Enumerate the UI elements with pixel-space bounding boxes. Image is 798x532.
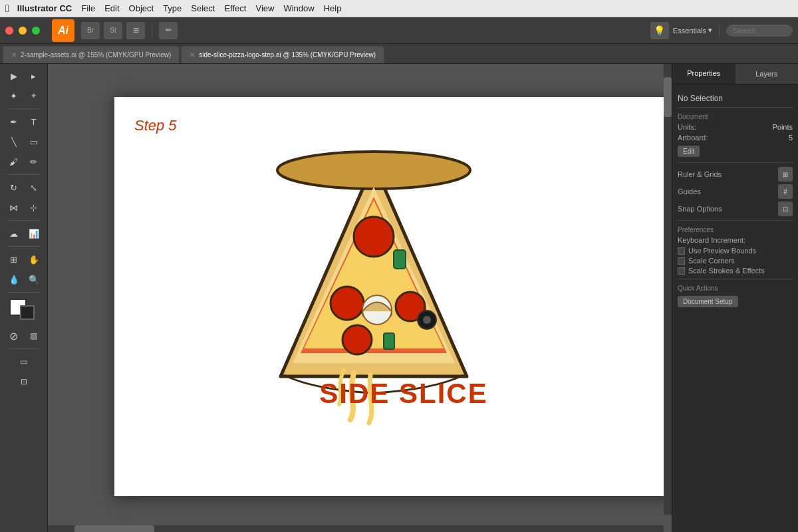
eyedropper-tool[interactable]: 💧 xyxy=(4,270,24,289)
screen-mode[interactable]: ⊡ xyxy=(4,372,44,391)
scale-corners-checkbox[interactable] xyxy=(678,257,685,265)
left-toolbar: ▶ ▸ ✦ ⌖ ✒ T ╲ ▭ 🖌 ✏ ↻ ⤡ ⋈ ⊹ ☁ xyxy=(0,64,48,532)
close-window-btn[interactable] xyxy=(5,27,13,35)
artboard-row: Artboard: 5 xyxy=(678,134,793,142)
graph-tools: ☁ 📊 xyxy=(4,224,44,243)
pizza-svg: SIDE SLICE xyxy=(247,150,500,430)
ruler-grids-icon[interactable]: ⊞ xyxy=(778,167,793,182)
selection-tools: ▶ ▸ xyxy=(4,66,44,85)
pencil-tool[interactable]: ✏ xyxy=(24,152,44,171)
canvas-area[interactable]: Step 5 xyxy=(48,64,672,532)
artboard-label: Artboard: xyxy=(678,134,708,142)
pen-tool-btn[interactable]: ✏ xyxy=(159,22,178,39)
tab-properties[interactable]: Properties xyxy=(672,64,735,84)
menu-object[interactable]: Object xyxy=(129,3,154,13)
stock-btn[interactable]: St xyxy=(104,22,122,39)
magic-wand-tool[interactable]: ✦ xyxy=(4,86,24,105)
gradient-tool[interactable]: ▨ xyxy=(24,327,44,345)
horizontal-scrollbar[interactable] xyxy=(48,525,664,532)
tab-layers[interactable]: Layers xyxy=(735,64,799,84)
svg-rect-13 xyxy=(384,333,394,349)
pen-tool[interactable]: ✒ xyxy=(4,112,24,131)
hand-tool[interactable]: ✋ xyxy=(24,250,44,269)
scale-corners-row: Scale Corners xyxy=(678,257,793,265)
paint-tools: 🖌 ✏ xyxy=(4,152,44,171)
tab-pizza-logo[interactable]: ✕ side-slice-pizza-logo-step.ai @ 135% (… xyxy=(181,46,384,63)
tool-sep-6 xyxy=(7,348,41,349)
menu-type[interactable]: Type xyxy=(163,3,182,13)
menu-view[interactable]: View xyxy=(255,3,274,13)
guides-icon[interactable]: # xyxy=(778,184,793,199)
preview-bounds-checkbox[interactable] xyxy=(678,247,685,255)
slice-tool[interactable]: ⊞ xyxy=(4,250,24,269)
main-layout: ▶ ▸ ✦ ⌖ ✒ T ╲ ▭ 🖌 ✏ ↻ ⤡ ⋈ ⊹ ☁ xyxy=(0,64,798,532)
svg-rect-6 xyxy=(394,250,406,269)
apple-menu[interactable]:  xyxy=(5,3,9,15)
none-color[interactable]: ⊘ xyxy=(4,327,24,345)
app-name[interactable]: Illustrator CC xyxy=(17,3,72,13)
paintbrush-tool[interactable]: 🖌 xyxy=(4,152,24,171)
line-tool[interactable]: ╲ xyxy=(4,132,24,151)
draw-mode[interactable]: ▭ xyxy=(4,352,44,371)
preview-bounds-row: Use Preview Bounds xyxy=(678,247,793,255)
svg-point-7 xyxy=(331,287,364,320)
no-selection: No Selection xyxy=(678,94,793,103)
menu-select[interactable]: Select xyxy=(191,3,215,13)
ruler-grids-label: Ruler & Grids xyxy=(678,170,722,178)
divider-2 xyxy=(678,162,793,163)
symbol-sprayer-tool[interactable]: ☁ xyxy=(4,224,24,243)
type-tool[interactable]: T xyxy=(24,112,44,131)
menu-window[interactable]: Window xyxy=(283,3,314,13)
scale-strokes-label: Scale Strokes & Effects xyxy=(688,267,765,275)
menu-effect[interactable]: Effect xyxy=(224,3,246,13)
svg-point-12 xyxy=(423,316,431,324)
vertical-scrollbar[interactable] xyxy=(664,64,672,515)
tab-close-icon-2[interactable]: ✕ xyxy=(190,51,195,59)
pizza-illustration[interactable]: SIDE SLICE xyxy=(247,150,500,432)
units-value: Points xyxy=(772,123,793,131)
menu-edit[interactable]: Edit xyxy=(104,3,119,13)
bridge-btn[interactable]: Br xyxy=(81,22,100,39)
search-input[interactable] xyxy=(726,25,793,37)
warp-tool[interactable]: ⋈ xyxy=(4,198,24,217)
traffic-lights xyxy=(5,27,41,35)
minimize-window-btn[interactable] xyxy=(19,27,27,35)
quick-actions-section: Quick Actions xyxy=(678,285,793,292)
tool-sep-4 xyxy=(7,246,41,247)
ai-logo: Ai xyxy=(52,19,74,42)
scale-tool[interactable]: ⤡ xyxy=(24,178,44,197)
tool-sep-5 xyxy=(7,292,41,293)
color-boxes[interactable] xyxy=(9,299,39,323)
document-setup-btn[interactable]: Document Setup xyxy=(678,296,738,307)
stroke-color[interactable] xyxy=(20,305,35,320)
essentials-btn[interactable]: Essentials ▾ xyxy=(673,26,712,35)
workspace-btn[interactable]: ⊞ xyxy=(126,22,145,39)
tab-sample-assets[interactable]: ✕ 2-sample-assets.ai @ 155% (CMYK/GPU Pr… xyxy=(3,46,180,63)
shape-tools: ╲ ▭ xyxy=(4,132,44,151)
svg-text:SIDE SLICE: SIDE SLICE xyxy=(319,378,487,409)
tool-sep-1 xyxy=(7,108,41,109)
zoom-tool[interactable]: 🔍 xyxy=(24,270,44,289)
snap-icon[interactable]: ⊡ xyxy=(778,201,793,216)
step-label: Step 5 xyxy=(134,117,177,134)
menu-help[interactable]: Help xyxy=(324,3,342,13)
direct-selection-tool[interactable]: ▸ xyxy=(24,66,44,85)
h-scroll-thumb[interactable] xyxy=(74,525,154,532)
tab-close-icon[interactable]: ✕ xyxy=(11,51,17,59)
selection-tool[interactable]: ▶ xyxy=(4,66,24,85)
rotate-tool[interactable]: ↻ xyxy=(4,178,24,197)
lasso-tool[interactable]: ⌖ xyxy=(24,86,44,105)
rect-tool[interactable]: ▭ xyxy=(24,132,44,151)
svg-point-1 xyxy=(277,152,470,189)
graph-tool[interactable]: 📊 xyxy=(24,224,44,243)
scale-strokes-checkbox[interactable] xyxy=(678,267,685,275)
menu-file[interactable]: File xyxy=(81,3,95,13)
help-btn[interactable]: 💡 xyxy=(650,22,669,39)
menu-bar:  Illustrator CC File Edit Object Type S… xyxy=(0,0,798,17)
edit-artboard-btn[interactable]: Edit xyxy=(678,146,700,157)
tab-label-assets: 2-sample-assets.ai @ 155% (CMYK/GPU Prev… xyxy=(21,51,171,59)
v-scroll-thumb[interactable] xyxy=(664,77,672,117)
maximize-window-btn[interactable] xyxy=(32,27,40,35)
free-transform-tool[interactable]: ⊹ xyxy=(24,198,44,217)
slice-tools: ⊞ ✋ xyxy=(4,250,44,269)
